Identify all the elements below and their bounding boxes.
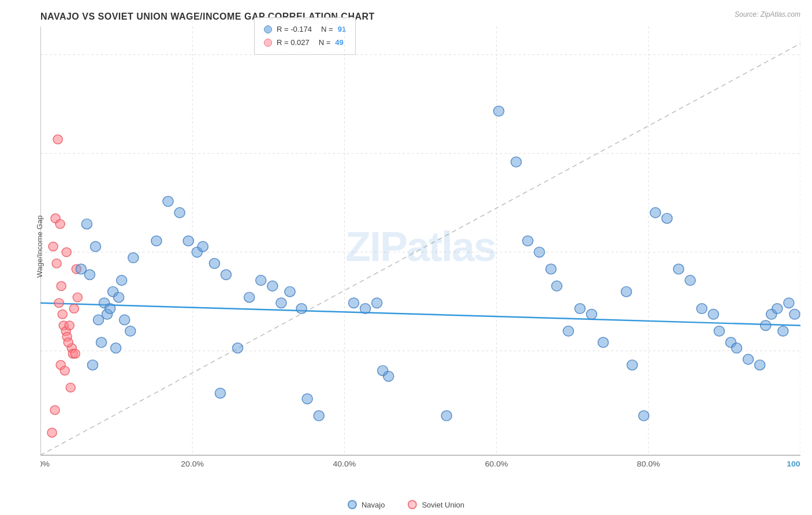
- svg-point-77: [383, 371, 394, 382]
- svg-point-95: [685, 275, 695, 286]
- svg-point-30: [57, 282, 66, 291]
- svg-point-84: [552, 281, 562, 292]
- svg-point-91: [639, 410, 649, 421]
- svg-point-31: [69, 304, 79, 314]
- svg-point-46: [114, 292, 124, 303]
- svg-text:40.0%: 40.0%: [333, 459, 356, 467]
- svg-point-56: [163, 196, 173, 207]
- svg-point-75: [372, 298, 382, 308]
- soviet-legend-label: Soviet Union: [422, 501, 464, 509]
- svg-point-92: [650, 208, 661, 218]
- svg-point-66: [267, 281, 278, 292]
- navajo-legend-label: Navajo: [362, 501, 385, 509]
- svg-text:60.0%: 60.0%: [485, 459, 508, 467]
- svg-point-14: [53, 135, 62, 144]
- svg-point-86: [575, 304, 585, 314]
- svg-point-102: [755, 360, 765, 370]
- svg-point-67: [276, 298, 286, 308]
- svg-point-71: [302, 394, 312, 404]
- svg-line-12: [40, 303, 800, 326]
- svg-point-98: [714, 326, 724, 337]
- svg-point-90: [627, 360, 638, 370]
- svg-line-11: [40, 43, 800, 455]
- svg-point-89: [621, 286, 632, 297]
- svg-point-55: [151, 236, 162, 246]
- svg-point-69: [296, 304, 307, 314]
- source-label: Source: ZipAtlas.com: [735, 10, 800, 18]
- svg-point-87: [586, 309, 597, 319]
- svg-point-88: [598, 337, 608, 348]
- svg-point-40: [90, 241, 100, 252]
- soviet-legend-circle: [408, 500, 417, 509]
- svg-point-96: [696, 304, 707, 314]
- chart-area: Wage/Income Gap ZIPatlas: [40, 27, 800, 467]
- svg-point-83: [546, 264, 556, 274]
- svg-point-29: [49, 242, 58, 251]
- svg-text:80.0%: 80.0%: [637, 459, 660, 467]
- svg-point-103: [761, 320, 771, 331]
- svg-point-51: [96, 337, 106, 348]
- svg-point-54: [128, 253, 139, 263]
- svg-point-82: [534, 247, 545, 258]
- svg-point-108: [789, 309, 800, 319]
- svg-point-25: [60, 366, 69, 375]
- svg-point-36: [62, 248, 71, 257]
- svg-point-44: [105, 304, 116, 314]
- svg-point-72: [314, 410, 324, 421]
- svg-point-107: [784, 298, 794, 308]
- svg-point-39: [84, 270, 95, 280]
- legend-item-navajo: Navajo: [348, 500, 385, 509]
- svg-point-74: [360, 304, 371, 314]
- svg-point-15: [54, 298, 64, 308]
- svg-point-94: [673, 264, 684, 274]
- svg-point-26: [64, 338, 73, 347]
- svg-point-64: [244, 292, 255, 303]
- svg-point-80: [511, 157, 522, 167]
- svg-point-62: [221, 270, 231, 280]
- svg-text:100.0%: 100.0%: [787, 459, 800, 467]
- svg-point-33: [47, 428, 57, 438]
- svg-point-65: [256, 275, 266, 286]
- legend-item-soviet: Soviet Union: [408, 500, 464, 509]
- svg-point-28: [52, 259, 61, 268]
- svg-point-101: [743, 354, 754, 365]
- svg-point-32: [73, 293, 82, 302]
- chart-legend: Navajo Soviet Union: [348, 500, 464, 509]
- svg-point-23: [70, 349, 80, 359]
- svg-point-73: [348, 298, 359, 308]
- svg-point-85: [563, 326, 573, 337]
- svg-point-97: [708, 309, 718, 319]
- svg-point-81: [523, 236, 533, 246]
- svg-point-70: [215, 388, 225, 398]
- svg-point-100: [731, 343, 742, 353]
- svg-point-20: [65, 321, 74, 330]
- svg-point-61: [209, 259, 219, 269]
- svg-point-60: [198, 241, 208, 252]
- svg-text:20.0%: 20.0%: [181, 459, 204, 467]
- svg-point-68: [285, 286, 295, 297]
- navajo-legend-circle: [348, 500, 357, 509]
- svg-point-106: [778, 326, 788, 337]
- scatter-plot: 20.0% 40.0% 60.0% 80.0% 0.0% 20.0% 40.0%…: [40, 27, 800, 467]
- svg-point-16: [58, 309, 67, 319]
- svg-point-63: [233, 343, 243, 353]
- svg-point-78: [441, 410, 452, 421]
- svg-point-105: [772, 304, 783, 314]
- svg-point-27: [66, 383, 75, 392]
- svg-point-58: [183, 236, 193, 246]
- svg-point-57: [174, 208, 185, 218]
- svg-point-48: [125, 326, 136, 337]
- chart-title: NAVAJO VS SOVIET UNION WAGE/INCOME GAP C…: [40, 12, 800, 22]
- y-axis-label: Wage/Income Gap: [35, 215, 44, 278]
- svg-text:0.0%: 0.0%: [40, 459, 50, 467]
- svg-point-50: [87, 360, 98, 370]
- svg-point-35: [55, 219, 65, 229]
- svg-point-47: [120, 315, 130, 325]
- svg-point-79: [494, 106, 504, 117]
- svg-point-53: [117, 275, 127, 286]
- chart-container: NAVAJO VS SOVIET UNION WAGE/INCOME GAP C…: [0, 0, 812, 515]
- svg-point-52: [111, 343, 121, 353]
- svg-point-93: [662, 213, 672, 223]
- svg-point-49: [81, 219, 92, 229]
- svg-point-13: [50, 405, 59, 415]
